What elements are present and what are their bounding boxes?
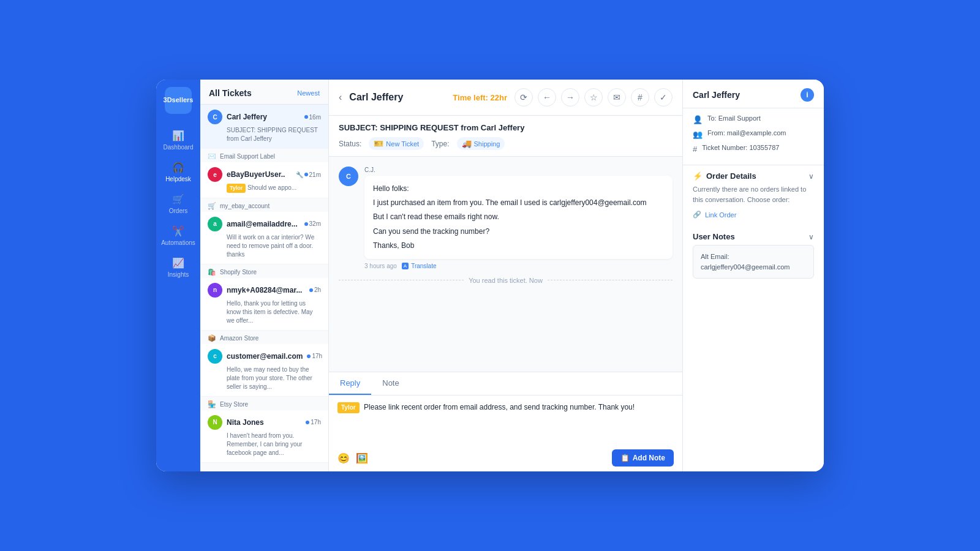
ticket-header-name: Carl Jeffery	[349, 92, 445, 103]
ticket-time: 16m	[304, 114, 321, 121]
image-button[interactable]: 🖼️	[356, 452, 368, 464]
avatar: e	[208, 167, 222, 182]
sidebar-item-dashboard[interactable]: 📊 Dashboard	[156, 124, 200, 156]
user-notes-section-header[interactable]: User Notes ∨	[683, 226, 824, 245]
list-item[interactable]: N Nita Jones 17h I haven't heard from yo…	[200, 410, 328, 463]
ticket-subject: SUBJECT: SHIPPING REQUEST from Carl Jeff…	[339, 123, 673, 132]
ticket-list-title: All Tickets	[209, 88, 252, 98]
message-bubble: Hello folks: I just purchased an item fr…	[364, 176, 673, 259]
message-sender: C.J.	[364, 167, 673, 173]
tag-button[interactable]: #	[631, 88, 649, 107]
sidebar-item-label: Automations	[161, 239, 195, 246]
read-divider: You read this ticket. Now	[339, 277, 673, 284]
translate-button[interactable]: A Translate	[402, 263, 437, 269]
message-footer: 3 hours ago A Translate	[364, 263, 673, 269]
contact-from: From: mail@example.com	[707, 129, 786, 137]
note-icon: 📋	[620, 454, 630, 462]
conversation-area: C C.J. Hello folks: I just purchased an …	[329, 157, 682, 372]
reply-tab[interactable]: Reply	[329, 372, 371, 395]
link-order-button[interactable]: 🔗 Link Order	[693, 211, 814, 219]
contact-info: 👤 To: Email Support 👥 From: mail@example…	[683, 108, 824, 165]
etsy-icon: 🏪	[208, 400, 216, 408]
ebay-icon: 🛒	[208, 202, 216, 210]
prev-button[interactable]: ←	[538, 88, 556, 107]
ticket-header: ‹ Carl Jeffery Time left: 22hr ⟳ ← → ☆ ✉…	[329, 80, 682, 116]
store-label: 🛍️ Shopify Store	[200, 264, 328, 278]
ticket-preview: Hello, we may need to buy the plate from…	[208, 365, 321, 391]
right-panel-header: Carl Jeffery i	[683, 80, 824, 108]
ticket-name: Carl Jeffery	[227, 113, 300, 121]
ticket-preview: I haven't heard from you. Remember, I ca…	[208, 432, 321, 457]
store-name: Etsy Store	[220, 401, 248, 408]
avatar: c	[208, 349, 222, 364]
ticket-name: amail@emailaddre...	[227, 220, 300, 228]
orders-icon: 🛒	[172, 192, 185, 206]
type-label: Type:	[431, 140, 449, 148]
shopify-icon: 🛍️	[208, 268, 216, 276]
sidebar-item-insights[interactable]: 📈 Insights	[156, 251, 200, 283]
ticket-time: 🔧 21m	[296, 171, 321, 178]
ticket-items: C Carl Jeffery 16m SUBJECT: SHIPPING REQ…	[200, 105, 328, 471]
message-time: 3 hours ago	[364, 263, 397, 269]
ticket-meta: Status: 🎫 New Ticket Type: 🚚 Shipping	[339, 137, 673, 150]
message-avatar: C	[339, 167, 358, 186]
email-button[interactable]: ✉	[608, 88, 626, 107]
email-from-icon: 👥	[693, 130, 703, 139]
order-details-title: ⚡ Order Details	[693, 171, 756, 181]
ticket-sort-button[interactable]: Newest	[297, 89, 320, 97]
ticket-name: customer@email.com	[227, 352, 303, 361]
contact-to: To: Email Support	[707, 114, 761, 122]
app-container: 3Dsellers 📊 Dashboard 🎧 Helpdesk 🛒 Order…	[156, 80, 824, 471]
divider-left	[339, 280, 464, 280]
list-item[interactable]: c customer@email.com 17h Hello, we may n…	[200, 344, 328, 397]
user-notes-title: User Notes	[693, 232, 735, 241]
chevron-down-icon: ∨	[809, 172, 814, 181]
back-button[interactable]: ‹	[339, 92, 342, 103]
reply-footer: 😊 🖼️ 📋 Add Note	[329, 444, 682, 471]
sidebar-item-orders[interactable]: 🛒 Orders	[156, 187, 200, 219]
sidebar-item-helpdesk[interactable]: 🎧 Helpdesk	[156, 156, 200, 187]
avatar: a	[208, 217, 222, 231]
ticket-preview: Will it work on a car interior? We need …	[208, 233, 321, 259]
check-button[interactable]: ✓	[654, 88, 673, 107]
list-item[interactable]: a amail@emailaddre... 32m Will it work o…	[200, 212, 328, 264]
automations-icon: ✂️	[172, 224, 185, 238]
store-name: Shopify Store	[220, 269, 257, 276]
emoji-button[interactable]: 😊	[337, 452, 350, 464]
ticket-time: 17h	[306, 419, 321, 425]
ticket-number-row: # Ticket Number: 10355787	[693, 144, 814, 154]
logo[interactable]: 3Dsellers	[165, 87, 192, 114]
ticket-time: 32m	[304, 220, 321, 227]
hash-icon: #	[693, 144, 697, 154]
ticket-number: Ticket Number: 10355787	[702, 144, 779, 151]
reply-text: Please link recent order from email addr…	[364, 403, 635, 411]
tylor-badge: Tylor	[227, 184, 246, 193]
star-button[interactable]: ☆	[584, 88, 603, 107]
helpdesk-icon: 🎧	[172, 160, 185, 174]
order-details-section-header[interactable]: ⚡ Order Details ∨	[683, 165, 824, 184]
note-tab[interactable]: Note	[371, 372, 410, 395]
tylor-tag: Tylor	[337, 402, 360, 413]
insights-icon: 📈	[172, 256, 185, 269]
contact-from-row: 👥 From: mail@example.com	[693, 129, 814, 139]
refresh-button[interactable]: ⟳	[514, 88, 533, 107]
sidebar-item-automations[interactable]: ✂️ Automations	[156, 219, 200, 251]
dashboard-icon: 📊	[172, 129, 185, 142]
ticket-time: 17h	[307, 353, 322, 359]
list-item[interactable]: e eBayBuyerUser.. 🔧 21m Tylor Should we …	[200, 162, 328, 198]
status-badge: 🎫 New Ticket	[369, 137, 424, 150]
list-item[interactable]: C Carl Jeffery 16m SUBJECT: SHIPPING REQ…	[200, 105, 328, 149]
list-item[interactable]: n nmyk+A08284@mar... 2h Hello, thank you…	[200, 278, 328, 331]
next-button[interactable]: →	[561, 88, 579, 107]
time-left: Time left: 22hr	[453, 93, 507, 102]
info-button[interactable]: i	[801, 88, 814, 102]
reply-content[interactable]: Tylor Please link recent order from emai…	[329, 395, 682, 444]
add-note-button[interactable]: 📋 Add Note	[612, 449, 674, 467]
sidebar-item-label: Helpdesk	[165, 176, 191, 182]
reply-tabs: Reply Note	[329, 372, 682, 395]
chevron-down-icon: ∨	[809, 233, 814, 241]
right-panel: Carl Jeffery i 👤 To: Email Support 👥 Fro…	[683, 80, 824, 471]
ticket-time: 2h	[309, 287, 321, 293]
email-icon: ✉️	[208, 152, 216, 160]
reply-tools: 😊 🖼️	[337, 452, 368, 464]
